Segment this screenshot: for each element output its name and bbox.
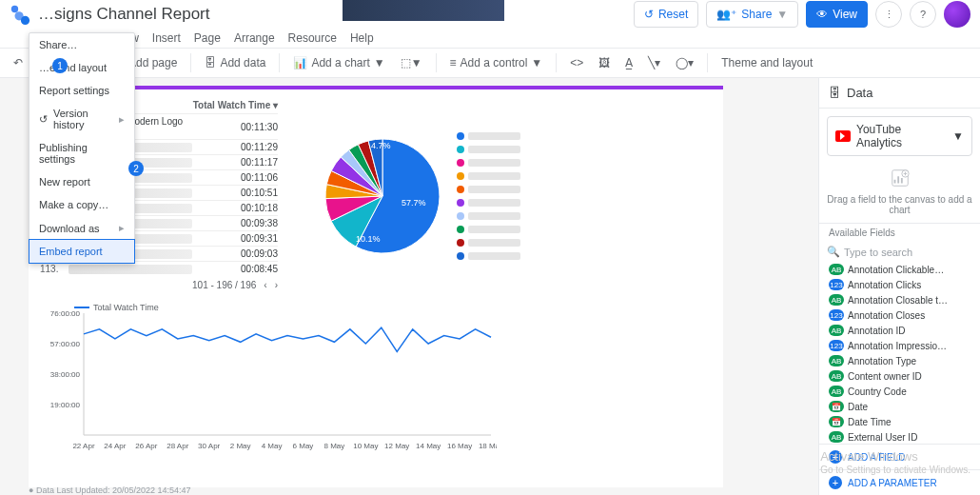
add-chart-icon [890,168,911,188]
file-menu-item[interactable]: ↺Version history▸ [29,102,134,136]
field-item[interactable]: ABExternal User ID [819,429,980,444]
menu-insert[interactable]: Insert [152,31,181,45]
field-item[interactable]: 123Annotation Impressio… [819,338,980,353]
legend-item [457,146,520,153]
svg-text:4 May: 4 May [262,442,283,450]
add-chart-button[interactable]: 📊Add a chart▼ [287,50,390,75]
legend-item [457,132,520,140]
field-item[interactable]: 📅Date Time [819,414,980,429]
add-data-button[interactable]: 🗄Add data [199,50,271,75]
svg-text:10.1%: 10.1% [356,234,381,244]
table-pager[interactable]: 101 - 196 / 196 ‹ › [40,276,278,294]
windows-watermark: Activate Windows Go to Settings to activ… [820,449,970,476]
file-menu-item[interactable]: Report settings [29,79,134,102]
file-menu-item[interactable]: Embed report [29,240,134,263]
theme-layout-button[interactable]: Theme and layout [715,50,818,75]
svg-text:24 Apr: 24 Apr [104,442,126,450]
legend-item [457,239,520,247]
report-title[interactable]: …signs Channel Report [38,5,209,24]
field-item[interactable]: ABAnnotation Clickable… [819,262,980,277]
field-item[interactable]: ABCountry Code [819,384,980,399]
svg-point-0 [11,6,18,12]
data-source-select[interactable]: YouTube Analytics ▼ [827,116,972,156]
undo-button[interactable]: ↶ [8,50,29,75]
pie-chart[interactable]: 57.7%10.1%4.7% [316,129,449,263]
step-badge-2: 2 [128,161,144,176]
field-item[interactable]: ABContent owner ID [819,368,980,384]
image-button[interactable]: 🖼 [593,50,616,75]
legend-item [457,199,520,207]
legend-item [457,212,520,220]
embed-url-button[interactable]: <> [564,50,589,75]
file-menu-item[interactable]: …e and layout [29,56,134,79]
svg-text:6 May: 6 May [293,442,314,450]
svg-text:18 May: 18 May [479,442,497,450]
svg-point-2 [21,16,29,25]
svg-text:10 May: 10 May [353,442,378,450]
svg-text:14 May: 14 May [416,442,441,450]
available-fields-header: Available Fields [819,223,980,242]
community-viz-button[interactable]: ⬚▼ [395,50,428,75]
svg-text:76:00:00: 76:00:00 [50,309,81,318]
toolbar: ↶ ↷ ▭ ＋Add page 🗄Add data 📊Add a chart▼ … [0,48,980,78]
chevron-down-icon: ▼ [952,129,964,143]
data-panel: 🗄Data YouTube Analytics ▼ Drag a field t… [818,78,980,495]
reset-button[interactable]: ↺Reset [634,1,698,28]
legend-item [457,252,520,260]
field-item[interactable]: ABAnnotation Closable t… [819,292,980,307]
legend-item [457,159,520,167]
step-badge-1: 1 [52,58,68,73]
pager-prev-icon[interactable]: ‹ [264,280,266,290]
help-button[interactable]: ? [910,1,936,28]
data-panel-title: Data [847,86,872,100]
line-chart[interactable]: 76:00:0057:00:0038:00:0019:00:0022 Apr24… [40,300,497,452]
account-avatar[interactable] [944,1,970,28]
pager-next-icon[interactable]: › [275,280,278,290]
submenu-chevron-icon: ▸ [119,113,125,126]
file-menu-item[interactable]: New report [29,170,134,193]
svg-text:57:00:00: 57:00:00 [50,340,81,348]
view-button[interactable]: 👁View [806,1,868,28]
shape-button[interactable]: ◯▾ [670,50,699,75]
col-metric[interactable]: Total Watch Time ▾ [192,100,278,110]
menu-help[interactable]: Help [350,31,374,45]
menu-arrange[interactable]: Arrange [234,31,275,45]
field-item[interactable]: 📅Date [819,399,980,414]
text-button[interactable]: A̲ [619,50,638,75]
legend-item [457,226,520,233]
svg-text:4.7%: 4.7% [371,141,391,150]
youtube-icon [835,130,851,142]
line-button[interactable]: ╲▾ [642,50,666,75]
field-item[interactable]: ABAnnotation ID [819,323,980,338]
field-search[interactable]: 🔍 Type to search [827,246,972,258]
file-menu-item[interactable]: Share… [29,33,134,56]
drop-hint: Drag a field to the canvas to add a char… [827,168,972,215]
data-updated-footer: ● Data Last Updated: 20/05/2022 14:54:47 [29,485,191,495]
legend-item [457,172,520,180]
field-item[interactable]: 123Annotation Clicks [819,277,980,292]
svg-text:Total Watch Time: Total Watch Time [93,303,159,312]
field-item[interactable]: 123Annotation Closes [819,307,980,323]
menu-bar: File Editing View Insert Page Arrange Re… [0,29,980,48]
legend-item [457,186,520,193]
file-menu-item[interactable]: Make a copy… [29,193,134,216]
svg-text:16 May: 16 May [447,442,472,450]
file-menu-dropdown: 1 2 Share……e and layoutReport settings↺V… [29,32,135,264]
file-menu-item[interactable]: Download as▸ [29,216,134,240]
svg-text:22 Apr: 22 Apr [72,442,94,450]
field-item[interactable]: ABAnnotation Type [819,353,980,368]
more-options-button[interactable]: ⋮ [875,1,902,28]
menu-page[interactable]: Page [194,31,221,45]
svg-text:8 May: 8 May [323,442,344,450]
svg-text:2 May: 2 May [230,442,251,450]
add-control-button[interactable]: ≡Add a control▼ [444,50,549,75]
svg-text:38:00:00: 38:00:00 [50,370,81,379]
menu-resource[interactable]: Resource [288,31,337,45]
data-icon: 🗄 [829,86,841,100]
search-icon: 🔍 [827,246,840,258]
svg-text:28 Apr: 28 Apr [167,442,188,450]
history-icon: ↺ [39,113,48,126]
submenu-chevron-icon: ▸ [119,222,125,234]
file-menu-item[interactable]: Publishing settings [29,136,134,170]
share-button[interactable]: 👥⁺Share▼ [706,1,798,28]
